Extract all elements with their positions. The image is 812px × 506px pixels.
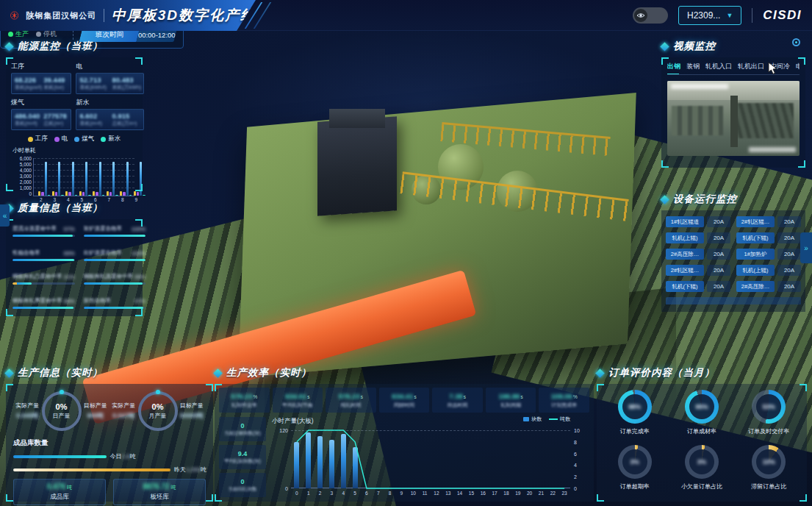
efficiency-mini-stat: 9.4平均轧制块数(块)	[219, 445, 266, 469]
cctv-frame[interactable]	[667, 81, 800, 156]
efficiency-card-unit: %	[253, 394, 257, 399]
order-donut-cell: 3%小欠量订单占比	[668, 445, 735, 500]
efficiency-card-label: 间隙时间	[394, 402, 414, 409]
bar-煤气	[112, 162, 115, 196]
efficiency-card-label: 平均轧制节奏	[282, 402, 313, 409]
bar-煤气	[85, 162, 87, 196]
x-tick-label: 12	[434, 491, 439, 496]
collapse-left-tab[interactable]: «	[0, 204, 10, 227]
efficiency-card-value: 576.23s	[339, 392, 363, 400]
efficiency-card: 196.86s轧制周期	[486, 388, 536, 413]
quality-item: 性能合格率99%	[12, 249, 75, 266]
legend-item-新水: 新水	[101, 135, 121, 143]
order-donut-ring: 95%	[685, 390, 719, 424]
energy-unit-label: 单耗(kgce/t)	[15, 84, 39, 91]
quality-progress-track	[12, 282, 75, 285]
efficiency-mini-stat: 0当前过钢块数(块)	[219, 417, 266, 441]
quality-progress-fill	[12, 259, 74, 261]
quality-item-percent: 98%	[64, 298, 75, 304]
energy-value: 52.713	[79, 76, 107, 84]
month-ring-label: 月产量	[149, 412, 167, 420]
energy-panel-title-text: 能源监控（当班）	[18, 40, 103, 53]
orders-panel-title-text: 订单评价内容（当月）	[608, 366, 715, 380]
legend-label: 电	[62, 135, 68, 143]
video-tab-4[interactable]: 轧机出口	[738, 62, 764, 71]
equipment-label-chip[interactable]: 1#加热炉	[736, 249, 775, 260]
equipment-current-value: 20A	[777, 232, 801, 243]
equipment-label-chip[interactable]: 轧机(上辊)	[736, 265, 775, 276]
mouse-cursor	[768, 62, 778, 75]
bar-group	[107, 160, 118, 196]
legend-label: 块数	[531, 416, 542, 423]
efficiency-card-unit: s	[521, 394, 523, 399]
efficiency-mini-label: 当前待轧块数	[229, 486, 257, 493]
quality-item-label: 出炉温度合格率	[84, 249, 123, 257]
right-y-tick: 6	[574, 451, 577, 456]
right-y-tick: 0	[574, 486, 577, 491]
day-ring-percent: 0%	[56, 402, 68, 411]
cisdi-logo: CISDI	[763, 8, 802, 23]
energy-legend: 工序电煤气新水	[11, 135, 137, 143]
equipment-label-chip[interactable]: 轧机(下辊)	[666, 281, 704, 292]
x-tick-label: 22	[550, 491, 556, 496]
equipment-label-chip[interactable]: 2#轧区辊…	[736, 216, 775, 227]
equipment-label-chip[interactable]: 轧机(下辊)	[736, 232, 775, 243]
month-ring-percent: 0%	[152, 402, 164, 411]
legend-label: 新水	[108, 135, 121, 143]
order-donut-ring: 10%	[752, 445, 786, 479]
bar-电	[123, 192, 125, 196]
cctv-image-column	[730, 96, 738, 147]
x-tick-label: 8	[389, 491, 392, 496]
quality-progress-fill	[84, 259, 146, 261]
quality-item-label: 层流冷温度命中率	[12, 225, 57, 232]
visibility-toggle[interactable]	[633, 7, 668, 24]
order-donut-label: 订单成材率	[687, 427, 716, 435]
video-tab-2[interactable]: 装钢	[686, 62, 700, 71]
legend-swatch	[549, 418, 558, 420]
equipment-label-chip[interactable]: 2#轧区辊…	[666, 265, 704, 276]
energy-unit-label: 总耗(万m³)	[112, 120, 140, 127]
x-tick-label: 10	[411, 491, 416, 496]
order-donut-label: 小欠量订单占比	[681, 482, 722, 491]
heat-number-select[interactable]: H2309... ▼	[678, 6, 741, 25]
quality-panel-title: 质量信息（当班）	[6, 202, 143, 215]
equipment-current-value: 20A	[707, 249, 730, 260]
inv-prefix: 昨天	[174, 466, 186, 474]
collapse-right-tab[interactable]: »	[800, 232, 812, 263]
panel-energy-monitor: 能源监控（当班） 工序68.226单耗(kgce/t)39.449累耗(tce)…	[6, 40, 143, 191]
order-donut-value: 10%	[752, 445, 786, 479]
quality-item-top: 出炉温度合格率100%	[84, 249, 146, 257]
dashboard-root: 陕钢集团汉钢公司 中厚板3D数字化产线 H2309... ▼ CISDI	[0, 0, 812, 506]
equipment-current-value: 20A	[707, 216, 730, 227]
y-tick-label: 2,000	[20, 179, 32, 185]
equipment-panel-body: 1#轧区辊道20A2#轧区辊…20A轧机(上辊)20A轧机(下辊)20A2#高压…	[661, 210, 805, 312]
quality-item: 钢板终轧凸度命中率31%	[12, 273, 75, 290]
diamond-icon	[660, 195, 669, 204]
quality-item-top: 钢板终轧厚度命中率98%	[12, 297, 75, 304]
video-tab-1[interactable]: 出钢	[667, 62, 680, 71]
x-tick-label: 5	[353, 491, 356, 496]
inventory-bar-row: 昨天1,293吨	[13, 466, 206, 474]
efficiency-card-value: 196.86s	[499, 392, 523, 400]
quality-item-top: 探伤合格率97%	[84, 297, 146, 304]
equipment-row: 轧机(下辊)20A	[736, 232, 801, 243]
equipment-label-chip[interactable]: 2#高压除…	[736, 281, 775, 292]
panel-dot-icon[interactable]	[792, 38, 800, 46]
efficiency-mini-value: 9.4	[238, 450, 248, 457]
equipment-label-chip[interactable]: 轧机(上辊)	[666, 232, 704, 243]
quality-item: 出炉温度合格率100%	[84, 249, 146, 266]
quality-item-label: 钢板终轧厚度命中率	[12, 297, 62, 304]
energy-group-电: 电52.713单耗(kWh/t)80.483累耗(万kWh)	[76, 62, 143, 94]
quality-item-label: 钢板终轧凸度命中率	[12, 273, 62, 280]
equipment-label-chip[interactable]: 1#轧区辊道	[666, 216, 704, 227]
energy-value: 6.602	[79, 112, 107, 120]
video-tab-3[interactable]: 轧机入口	[705, 62, 732, 71]
efficiency-card: 634.61s平均轧制节奏	[273, 388, 323, 413]
diamond-icon	[595, 368, 605, 378]
quality-progress-track	[12, 235, 75, 237]
energy-group-name: 电	[76, 62, 143, 71]
equipment-row: 轧机(上辊)20A	[666, 232, 730, 243]
equipment-label-chip[interactable]: 2#高压除…	[666, 249, 704, 260]
quality-panel-title-text: 质量信息（当班）	[18, 202, 103, 215]
month-target-output: 目标产量 50000吨	[178, 402, 206, 421]
